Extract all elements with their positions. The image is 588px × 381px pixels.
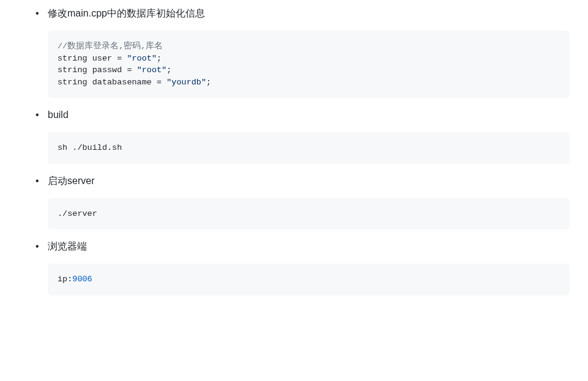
- code-token-comment: //数据库登录名,密码,库名: [58, 42, 163, 51]
- instruction-label: 启动server: [48, 174, 588, 188]
- code-token-keyword: ;: [166, 65, 171, 75]
- code-line: //数据库登录名,密码,库名: [58, 40, 560, 53]
- code-line: string databasename = "yourdb";: [58, 76, 560, 89]
- instruction-label: build: [48, 108, 588, 122]
- list-item: 启动server./server: [29, 174, 588, 230]
- code-token-keyword: sh ./build.sh: [58, 143, 122, 152]
- code-line: sh ./build.sh: [58, 142, 560, 154]
- code-token-keyword: ./server: [58, 209, 97, 218]
- code-token-keyword: ;: [157, 54, 162, 63]
- code-token-number: 9006: [72, 275, 92, 284]
- code-block: ./server: [48, 198, 570, 230]
- code-token-keyword: string databasename =: [58, 78, 166, 87]
- code-line: string passwd = "root";: [58, 64, 560, 76]
- code-block: ip:9006: [48, 264, 570, 295]
- code-token-keyword: string user =: [58, 54, 127, 63]
- list-item: 修改main.cpp中的数据库初始化信息//数据库登录名,密码,库名string…: [29, 6, 588, 98]
- code-block: //数据库登录名,密码,库名string user = "root";strin…: [48, 31, 570, 98]
- code-block: sh ./build.sh: [48, 132, 570, 164]
- instruction-list: 修改main.cpp中的数据库初始化信息//数据库登录名,密码,库名string…: [0, 6, 588, 295]
- code-line: ./server: [58, 208, 560, 220]
- code-token-keyword: string passwd =: [58, 65, 137, 75]
- code-token-string: "yourdb": [166, 78, 206, 87]
- list-item: 浏览器端ip:9006: [29, 239, 588, 295]
- code-line: ip:9006: [58, 273, 560, 286]
- code-token-string: "root": [137, 65, 167, 75]
- list-item: buildsh ./build.sh: [29, 108, 588, 164]
- code-token-keyword: ip:: [58, 275, 72, 284]
- code-token-keyword: ;: [206, 78, 211, 87]
- code-line: string user = "root";: [58, 53, 560, 65]
- instruction-label: 修改main.cpp中的数据库初始化信息: [48, 6, 588, 21]
- code-token-string: "root": [127, 54, 157, 63]
- instruction-label: 浏览器端: [48, 239, 588, 254]
